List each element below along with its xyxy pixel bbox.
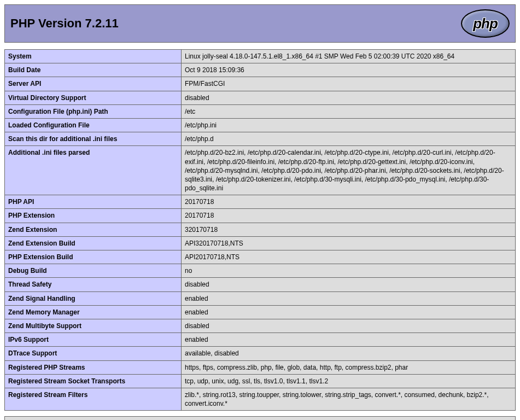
info-value: FPM/FastCGI bbox=[182, 77, 516, 91]
info-label: Debug Build bbox=[5, 264, 182, 278]
table-row: PHP Extension20170718 bbox=[5, 209, 516, 223]
info-value: https, ftps, compress.zlib, php, file, g… bbox=[182, 360, 516, 374]
info-label: Registered PHP Streams bbox=[5, 360, 182, 374]
table-row: Server APIFPM/FastCGI bbox=[5, 77, 516, 91]
info-value: disabled bbox=[182, 278, 516, 291]
info-value: disabled bbox=[182, 91, 516, 104]
table-row: SystemLinux jolly-seal 4.18.0-147.5.1.el… bbox=[5, 50, 516, 63]
php-logo-icon: php bbox=[461, 9, 510, 38]
info-value: /etc/php.d/20-bz2.ini, /etc/php.d/20-cal… bbox=[182, 146, 516, 195]
table-row: Zend Extension BuildAPI320170718,NTS bbox=[5, 236, 516, 250]
info-value: Linux jolly-seal 4.18.0-147.5.1.el8_1.x8… bbox=[182, 50, 516, 63]
info-value: no bbox=[182, 264, 516, 278]
info-label: Registered Stream Socket Transports bbox=[5, 374, 182, 388]
info-label: Zend Multibyte Support bbox=[5, 319, 182, 332]
info-value: tcp, udp, unix, udg, ssl, tls, tlsv1.0, … bbox=[182, 374, 516, 388]
table-row: IPv6 Supportenabled bbox=[5, 333, 516, 347]
info-value: API20170718,NTS bbox=[182, 250, 516, 264]
info-label: Configuration File (php.ini) Path bbox=[5, 104, 182, 118]
table-row: Registered PHP Streamshttps, ftps, compr… bbox=[5, 360, 516, 374]
zend-footer: This program makes use of the Zend Scrip… bbox=[4, 416, 516, 420]
info-value: enabled bbox=[182, 305, 516, 319]
info-label: Zend Signal Handling bbox=[5, 291, 182, 305]
info-label: Scan this dir for additional .ini files bbox=[5, 132, 182, 146]
info-label: Zend Extension Build bbox=[5, 236, 182, 250]
table-row: Zend Memory Managerenabled bbox=[5, 305, 516, 319]
table-row: Build DateOct 9 2018 15:09:36 bbox=[5, 63, 516, 77]
info-label: Zend Memory Manager bbox=[5, 305, 182, 319]
info-value: Oct 9 2018 15:09:36 bbox=[182, 63, 516, 77]
table-row: Thread Safetydisabled bbox=[5, 278, 516, 291]
info-label: Server API bbox=[5, 77, 182, 91]
phpinfo-header: PHP Version 7.2.11 php bbox=[4, 4, 516, 43]
info-label: Thread Safety bbox=[5, 278, 182, 291]
phpinfo-table: SystemLinux jolly-seal 4.18.0-147.5.1.el… bbox=[4, 49, 516, 411]
info-value: available, disabled bbox=[182, 347, 516, 360]
info-value: disabled bbox=[182, 319, 516, 332]
info-value: enabled bbox=[182, 333, 516, 347]
info-value: /etc bbox=[182, 104, 516, 118]
table-row: Virtual Directory Supportdisabled bbox=[5, 91, 516, 104]
info-label: Loaded Configuration File bbox=[5, 118, 182, 132]
info-label: DTrace Support bbox=[5, 347, 182, 360]
table-row: Registered Stream Filterszlib.*, string.… bbox=[5, 388, 516, 410]
info-label: Virtual Directory Support bbox=[5, 91, 182, 104]
info-value: enabled bbox=[182, 291, 516, 305]
table-row: Zend Signal Handlingenabled bbox=[5, 291, 516, 305]
table-row: Zend Multibyte Supportdisabled bbox=[5, 319, 516, 332]
table-row: Registered Stream Socket Transportstcp, … bbox=[5, 374, 516, 388]
info-label: Registered Stream Filters bbox=[5, 388, 182, 410]
info-label: PHP Extension bbox=[5, 209, 182, 223]
info-label: PHP API bbox=[5, 195, 182, 209]
info-label: Zend Extension bbox=[5, 223, 182, 236]
info-value: /etc/php.ini bbox=[182, 118, 516, 132]
info-label: Build Date bbox=[5, 63, 182, 77]
info-value: 320170718 bbox=[182, 223, 516, 236]
table-row: Additional .ini files parsed/etc/php.d/2… bbox=[5, 146, 516, 195]
page-title: PHP Version 7.2.11 bbox=[10, 16, 119, 31]
table-row: Debug Buildno bbox=[5, 264, 516, 278]
info-value: 20170718 bbox=[182, 209, 516, 223]
table-row: Zend Extension320170718 bbox=[5, 223, 516, 236]
table-row: Loaded Configuration File/etc/php.ini bbox=[5, 118, 516, 132]
info-value: 20170718 bbox=[182, 195, 516, 209]
info-label: PHP Extension Build bbox=[5, 250, 182, 264]
table-row: DTrace Supportavailable, disabled bbox=[5, 347, 516, 360]
table-row: PHP Extension BuildAPI20170718,NTS bbox=[5, 250, 516, 264]
info-label: IPv6 Support bbox=[5, 333, 182, 347]
info-label: System bbox=[5, 50, 182, 63]
info-label: Additional .ini files parsed bbox=[5, 146, 182, 195]
table-row: Configuration File (php.ini) Path/etc bbox=[5, 104, 516, 118]
info-value: zlib.*, string.rot13, string.toupper, st… bbox=[182, 388, 516, 410]
table-row: Scan this dir for additional .ini files/… bbox=[5, 132, 516, 146]
table-row: PHP API20170718 bbox=[5, 195, 516, 209]
info-value: API320170718,NTS bbox=[182, 236, 516, 250]
info-value: /etc/php.d bbox=[182, 132, 516, 146]
